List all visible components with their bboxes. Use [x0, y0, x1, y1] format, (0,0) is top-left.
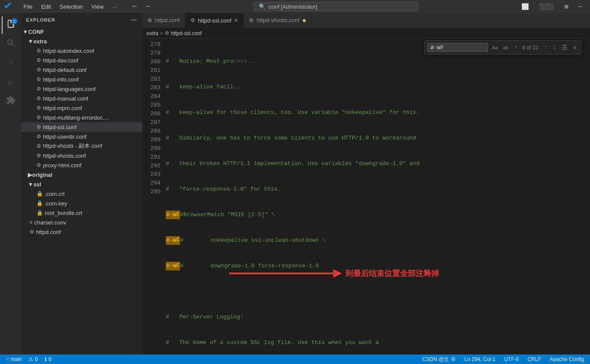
gear-icon: ⚙ — [36, 124, 41, 130]
source-control-icon: ⑂ — [9, 59, 13, 68]
sidebar-item-httpd-dav[interactable]: ⚙ httpd-dav.conf — [21, 55, 142, 65]
tree-folder-ssl[interactable]: ▼ ssl — [21, 179, 142, 189]
tab-close-button[interactable]: ✕ — [234, 17, 238, 23]
activity-extensions[interactable] — [2, 93, 19, 110]
global-search-box[interactable]: 🔍 conf [Administrator] — [253, 2, 418, 11]
sidebar-item-httpd-multilang[interactable]: ⚙ httpd-multilang-errordoc.... — [21, 113, 142, 122]
extra-label: extra — [33, 38, 47, 45]
find-close-button[interactable]: ✕ — [571, 43, 578, 52]
menu-file[interactable]: File — [20, 3, 36, 11]
sidebar-item-charset[interactable]: ≡ charset.conv — [21, 218, 142, 227]
file-name: httpd-multilang-errordoc.... — [43, 114, 109, 121]
gear-icon: ⚙ — [249, 17, 254, 23]
layout-btn-2[interactable]: ⬛⬛ — [536, 2, 557, 11]
sidebar-title: EXPLORER — [26, 17, 56, 23]
code-line-283: # "force-response-1.0" for this. — [164, 185, 590, 194]
file-name: httpd-dav.conf — [43, 57, 78, 64]
find-prev-button[interactable]: ↑ — [542, 42, 550, 52]
find-regex-button[interactable]: .* — [511, 44, 519, 52]
gear-icon: ⚙ — [36, 57, 41, 63]
status-language[interactable]: Apache Config — [548, 356, 586, 362]
sidebar-item-httpd-mpm[interactable]: ⚙ httpd-mpm.conf — [21, 103, 142, 113]
chevron-down-icon: ▼ — [23, 29, 28, 35]
sidebar-item-proxy-html[interactable]: ⚙ proxy-html.conf — [21, 160, 142, 170]
find-match-case-button[interactable]: Aa — [490, 44, 500, 52]
gear-icon: ⚙ — [36, 86, 41, 92]
sidebar-item-httpd-default[interactable]: ⚙ httpd-default.conf — [21, 65, 142, 75]
status-branch[interactable]: ⑂ main — [4, 356, 23, 362]
sidebar-more-button[interactable]: ··· — [131, 16, 137, 23]
find-widget: Aa ab .* 6 of 22 ↑ ↓ ☰ ✕ — [424, 40, 581, 55]
activity-run[interactable]: ▷ — [2, 74, 19, 91]
line-num-278: 278 — [142, 40, 161, 49]
chevron-right-icon: ▶ — [28, 172, 32, 178]
sidebar-item-httpd-conf[interactable]: ⚙ httpd.conf — [21, 227, 142, 237]
menu-view[interactable]: View — [88, 3, 107, 11]
activity-search[interactable] — [2, 36, 19, 53]
status-eol[interactable]: CRLF — [526, 356, 543, 362]
menu-edit[interactable]: Edit — [38, 3, 54, 11]
sidebar-item-httpd-vhosts[interactable]: ⚙ httpd-vhosts.conf — [21, 151, 142, 160]
main-layout: 1 ⑂ ▷ EXPLORER ··· — [0, 13, 590, 354]
layout-btn-3[interactable]: ⊞ — [561, 2, 571, 11]
line-num-281: 281 — [142, 66, 161, 75]
activity-explorer[interactable]: 1 — [2, 16, 19, 34]
sidebar-item-httpd-autoindex[interactable]: ⚙ httpd-autoindex.conf — [21, 46, 142, 55]
find-next-button[interactable]: ↓ — [551, 42, 558, 52]
lock-icon: 🔒 — [36, 191, 43, 197]
file-name: httpd-manual.conf — [43, 95, 88, 102]
status-encoding[interactable]: UTF-8 — [502, 356, 521, 362]
nav-back-button[interactable]: ← — [129, 2, 141, 11]
gear-icon: ⚙ — [36, 143, 41, 149]
tree-folder-extra[interactable]: ▼ extra — [21, 36, 142, 46]
window-minimize[interactable]: — — [575, 2, 586, 11]
activity-git[interactable]: ⑂ — [2, 55, 19, 72]
layout-btn-1[interactable]: ⬜ — [518, 2, 532, 11]
code-editor[interactable]: Aa ab .* 6 of 22 ↑ ↓ ☰ ✕ 278 279 280 — [142, 39, 590, 354]
sidebar-item-com-key[interactable]: 🔒 .com.key — [21, 198, 142, 208]
breadcrumb-file: httpd-ssl.conf — [171, 30, 202, 36]
sidebar-item-com-crt[interactable]: 🔒 .com.crt — [21, 189, 142, 198]
status-errors[interactable]: ⚠ 0 — [27, 356, 39, 362]
code-content-area: 278 279 280 281 282 283 284 285 286 287 … — [142, 39, 590, 354]
nav-forward-button[interactable]: → — [142, 2, 153, 11]
sidebar-item-httpd-ssl[interactable]: ⚙ httpd-ssl.conf — [21, 122, 142, 132]
code-line-289: # The home of a custom SSL log file. Use… — [164, 338, 590, 347]
sidebar: EXPLORER ··· ▼ CONF ▼ extra ⚙ httpd-auto… — [21, 13, 142, 354]
file-name: httpd-info.conf — [43, 76, 79, 83]
tab-label: httpd-vhosts.conf — [256, 17, 299, 23]
sidebar-item-httpd-vhosts-copy[interactable]: ⚙ httpd-vhosts - 副本.conf — [21, 141, 142, 151]
file-name: httpd-mpm.conf — [43, 105, 82, 111]
find-more-button[interactable]: ☰ — [560, 42, 570, 52]
tab-httpd-vhosts-conf[interactable]: ⚙ httpd-vhosts.conf ● — [244, 13, 312, 28]
sidebar-item-root-bundle[interactable]: 🔒 root_bundle.crt — [21, 208, 142, 218]
find-whole-word-button[interactable]: ab — [501, 44, 510, 52]
sidebar-item-httpd-manual[interactable]: ⚙ httpd-manual.conf — [21, 94, 142, 103]
status-warnings[interactable]: ℹ 0 — [43, 356, 53, 362]
sidebar-item-httpd-userdir[interactable]: ⚙ httpd-userdir.conf — [21, 132, 142, 141]
line-num-290: 290 — [142, 144, 161, 153]
menu-selection[interactable]: Selection — [56, 3, 86, 11]
status-csdn[interactable]: CSDN @文 丰 — [421, 356, 458, 363]
gear-icon: ⚙ — [36, 76, 41, 82]
code-line-281: # Similarly, one has to force some clien… — [164, 134, 590, 143]
find-nav: ↑ ↓ ☰ — [542, 42, 570, 52]
tree-folder-conf[interactable]: ▼ CONF — [21, 27, 142, 36]
sidebar-item-httpd-languages[interactable]: ⚙ httpd-languages.conf — [21, 84, 142, 94]
line-num-295: 295 — [142, 188, 161, 196]
nav-buttons: ← → — [129, 2, 153, 11]
activity-bar: 1 ⑂ ▷ — [0, 13, 21, 354]
code-line-282: # their broken HTTP/1.1 implementation. … — [164, 159, 590, 168]
tree-folder-original[interactable]: ▶ original — [21, 170, 142, 179]
line-num-291: 291 — [142, 153, 161, 162]
sidebar-item-httpd-info[interactable]: ⚙ httpd-info.conf — [21, 75, 142, 84]
tab-httpd-conf[interactable]: ⚙ httpd.conf — [142, 13, 185, 28]
line-num-283: 283 — [142, 84, 161, 92]
find-input[interactable] — [427, 43, 488, 52]
status-cursor[interactable]: Ln 294, Col 1 — [463, 356, 497, 362]
code-line-284: #-WF#BrowserMatch "MSIE [2-5]" \ — [164, 211, 590, 219]
ssl-label: ssl — [33, 181, 41, 188]
menu-more[interactable]: ··· — [109, 3, 121, 11]
tab-httpd-ssl-conf[interactable]: ⚙ httpd-ssl.conf ✕ — [185, 13, 244, 28]
file-name: httpd-autoindex.conf — [43, 48, 94, 54]
